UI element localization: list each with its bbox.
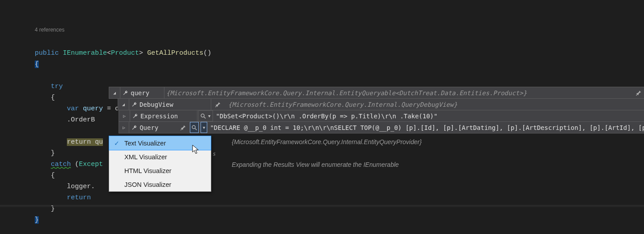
datatip-row-debugview[interactable]: ◢ DebugView {Microsoft.EntityFrameworkCo… [118, 98, 644, 110]
svg-line-1 [204, 117, 206, 118]
visualizer-menu-item-json[interactable]: JSON Visualizer [109, 178, 211, 191]
pin-icon[interactable] [180, 125, 186, 131]
keyword-var: var [67, 105, 79, 113]
visualizer-menu[interactable]: ✓ Text Visualizer XML Visualizer HTML Vi… [109, 136, 211, 192]
brace: { [51, 172, 55, 179]
menu-label: JSON Visualizer [124, 181, 171, 188]
keyword-return: return [67, 194, 95, 202]
visualizer-menu-item-xml[interactable]: XML Visualizer [109, 150, 211, 164]
pin-icon[interactable] [636, 90, 642, 96]
brace-close: } [35, 216, 39, 224]
provider-info: {Microsoft.EntityFrameworkCore.Query.Int… [232, 138, 422, 145]
chevron-down-icon: ▼ [202, 125, 206, 130]
property-name: DebugView [139, 101, 173, 108]
type-ienumerable: IEnumerable [63, 49, 107, 57]
visualizer-button[interactable] [190, 122, 199, 133]
svg-point-2 [192, 125, 195, 129]
keyword-public: public [35, 49, 59, 57]
checkmark-icon: ✓ [114, 140, 119, 147]
angle-open: < [107, 49, 111, 57]
visualizer-menu-item-text[interactable]: ✓ Text Visualizer [109, 136, 211, 150]
menu-label: HTML Visualizer [124, 167, 172, 174]
brace: { [51, 94, 55, 101]
property-value: {Microsoft.EntityFrameworkCore.Query.Int… [164, 87, 529, 98]
type-exception: Except [79, 161, 103, 168]
codelens-references[interactable]: 4 references [35, 24, 644, 36]
wrench-icon [132, 113, 138, 119]
menu-label: XML Visualizer [124, 153, 167, 161]
editor-split-line [0, 205, 644, 207]
visualizer-dropdown-button[interactable]: ▼ [198, 110, 213, 121]
parens: () [203, 49, 211, 57]
svg-line-3 [195, 128, 197, 130]
magnifier-icon [200, 113, 206, 119]
brace-open: { [35, 61, 39, 68]
truncated-char: s [213, 150, 215, 157]
menu-label: Text Visualizer [124, 140, 166, 147]
paren-open: ( [71, 161, 79, 168]
svg-point-0 [201, 114, 204, 117]
expander-toggle[interactable]: ◢ [118, 99, 129, 110]
datatip-row-query[interactable]: ◢ query {Microsoft.EntityFrameworkCore.Q… [109, 87, 644, 99]
property-name: Query [139, 124, 158, 131]
wrench-icon [122, 90, 128, 96]
expander-toggle[interactable]: ▷ [119, 110, 130, 121]
magnifier-icon [191, 125, 197, 131]
chevron-down-icon: ▼ [207, 114, 211, 118]
debugger-datatip[interactable]: ◢ query {Microsoft.EntityFrameworkCore.Q… [109, 87, 644, 133]
ident-logger: logger. [67, 183, 95, 190]
property-name: Expression [140, 113, 178, 120]
brace: } [51, 149, 55, 157]
visualizer-menu-item-html[interactable]: HTML Visualizer [109, 164, 211, 178]
method-name: GetAllProducts [147, 49, 203, 57]
expander-toggle[interactable]: ▷ [119, 122, 129, 133]
ident-query: query [83, 105, 103, 113]
keyword-try: try [51, 83, 63, 90]
property-value: "DECLARE @__p_0 int = 10;\r\n\r\nSELECT … [208, 122, 644, 133]
datatip-row-query-sql[interactable]: ▷ Query ▼ "DECLARE @__p_0 int = 10;\r\n\… [119, 121, 644, 133]
wrench-icon [131, 125, 137, 131]
angle-close: > [139, 49, 143, 57]
property-value: {Microsoft.EntityFrameworkCore.Query.Int… [226, 99, 459, 110]
property-name: query [131, 89, 149, 97]
property-value: "DbSet<Product>()\r\n .OrderBy(p => p.Ti… [214, 110, 439, 121]
expander-toggle[interactable]: ◢ [109, 87, 120, 98]
return-highlight: return qu [67, 138, 103, 146]
keyword-catch: catch [51, 161, 71, 168]
orderby-fragment: .OrderB [67, 116, 95, 124]
visualizer-dropdown-button[interactable]: ▼ [201, 122, 207, 133]
type-product: Product [111, 49, 139, 57]
pin-icon[interactable] [215, 101, 221, 108]
results-view-hint: Expanding the Results View will enumerat… [232, 161, 399, 168]
datatip-row-expression[interactable]: ▷ Expression ▼ "DbSet<Product>()\r\n .Or… [119, 110, 644, 122]
wrench-icon [131, 101, 137, 108]
